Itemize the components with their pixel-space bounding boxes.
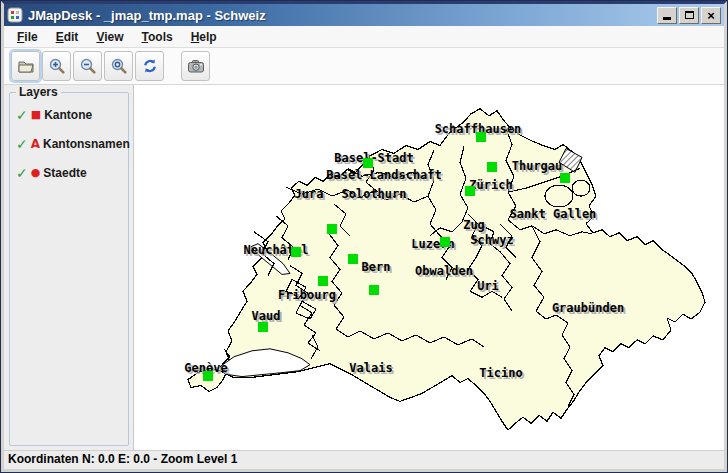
toolbar — [4, 48, 724, 85]
layer-item-kantone[interactable]: ✓■Kantone — [16, 108, 128, 122]
window-title: JMapDesk - _jmap_tmp.map - Schweiz — [28, 8, 657, 23]
city-marker — [258, 322, 268, 332]
city-marker — [291, 247, 301, 257]
layer-item-staedte[interactable]: ✓●Staedte — [16, 166, 128, 180]
maximize-button[interactable] — [679, 7, 699, 24]
content-area: Layers ✓■Kantone✓AKantonsnamen✓●Staedte — [4, 85, 724, 450]
city-marker — [363, 158, 373, 168]
zoom-out-button[interactable] — [73, 51, 102, 81]
window-controls: × — [657, 7, 721, 24]
zoom-extent-icon — [110, 57, 128, 75]
close-icon: × — [707, 9, 715, 22]
canton-label: Thurgau — [512, 159, 563, 173]
open-folder-icon — [17, 57, 35, 75]
city-marker — [327, 224, 337, 234]
city-marker — [318, 276, 328, 286]
title-bar[interactable]: JMapDesk - _jmap_tmp.map - Schweiz × — [4, 4, 724, 26]
layer-label: Kantone — [44, 108, 92, 122]
layers-panel-title: Layers — [16, 85, 61, 99]
city-marker — [560, 173, 570, 183]
open-map-button[interactable] — [11, 51, 40, 81]
city-marker — [203, 371, 213, 381]
canton-label: Obwalden — [415, 264, 473, 278]
refresh-button[interactable] — [135, 51, 164, 81]
canton-label: Bern — [362, 260, 391, 274]
canton-label: Zürich — [469, 178, 512, 192]
save-image-button[interactable] — [181, 51, 210, 81]
canton-label: Solothurn — [341, 187, 406, 201]
menu-tools[interactable]: Tools — [133, 28, 182, 46]
canton-label: Uri — [477, 279, 499, 293]
canton-label: Graubünden — [552, 301, 624, 315]
zoom-in-icon — [48, 57, 66, 75]
canton-label: Schwyz — [470, 233, 513, 247]
canton-label: Vaud — [252, 309, 281, 323]
layer-label: Kantonsnamen — [43, 137, 130, 151]
zoom-out-icon — [79, 57, 97, 75]
canton-label: Valais — [349, 361, 392, 375]
layer-type-square-icon: ■ — [31, 109, 41, 121]
layer-checked-icon: ✓ — [16, 109, 28, 121]
minimize-icon — [663, 17, 671, 20]
layers-group-box: Layers ✓■Kantone✓AKantonsnamen✓●Staedte — [9, 92, 129, 446]
menu-view[interactable]: View — [87, 28, 132, 46]
city-marker — [476, 132, 486, 142]
status-bar: Koordinaten N: 0.0 E: 0.0 - Zoom Level 1 — [4, 450, 724, 469]
canton-label: Basel-Stadt — [334, 151, 413, 165]
jmapdesk-window: JMapDesk - _jmap_tmp.map - Schweiz × Fil… — [1, 1, 727, 472]
canton-label: Fribourg — [278, 288, 336, 302]
layer-item-kantonsnamen[interactable]: ✓AKantonsnamen — [16, 137, 128, 151]
canton-label: Jura — [295, 187, 324, 201]
coordinates-status: Koordinaten N: 0.0 E: 0.0 - Zoom Level 1 — [8, 452, 237, 466]
zoom-in-button[interactable] — [42, 51, 71, 81]
window-frame: JMapDesk - _jmap_tmp.map - Schweiz × Fil… — [0, 0, 728, 473]
city-marker — [348, 254, 358, 264]
minimize-button[interactable] — [657, 7, 677, 24]
menu-edit[interactable]: Edit — [47, 28, 88, 46]
camera-icon — [187, 57, 205, 75]
menu-help[interactable]: Help — [182, 28, 226, 46]
layer-checked-icon: ✓ — [16, 167, 28, 179]
city-marker — [369, 285, 379, 295]
city-marker — [465, 186, 475, 196]
canton-label: Ticino — [479, 366, 522, 380]
zoom-extent-button[interactable] — [104, 51, 133, 81]
close-button[interactable]: × — [701, 7, 721, 24]
layer-type-letter-A-icon: A — [31, 138, 40, 150]
refresh-icon — [141, 57, 159, 75]
canton-label: Zug — [463, 218, 485, 232]
city-marker — [440, 237, 450, 247]
menu-file[interactable]: File — [8, 28, 47, 46]
layer-type-dot-icon: ● — [31, 167, 41, 179]
jmapdesk-app-icon — [7, 7, 23, 23]
layer-label: Staedte — [43, 166, 86, 180]
canton-label: Basel-Landschaft — [326, 168, 442, 182]
city-marker — [487, 162, 497, 172]
layers-panel: Layers ✓■Kantone✓AKantonsnamen✓●Staedte — [4, 85, 134, 450]
menubar: FileEditViewToolsHelp — [4, 26, 724, 48]
map-canvas[interactable]: SchaffhausenBasel-StadtBasel-LandschaftJ… — [134, 85, 724, 450]
maximize-icon — [685, 11, 694, 19]
canton-label: Sankt Gallen — [510, 207, 597, 221]
layer-checked-icon: ✓ — [16, 138, 28, 150]
